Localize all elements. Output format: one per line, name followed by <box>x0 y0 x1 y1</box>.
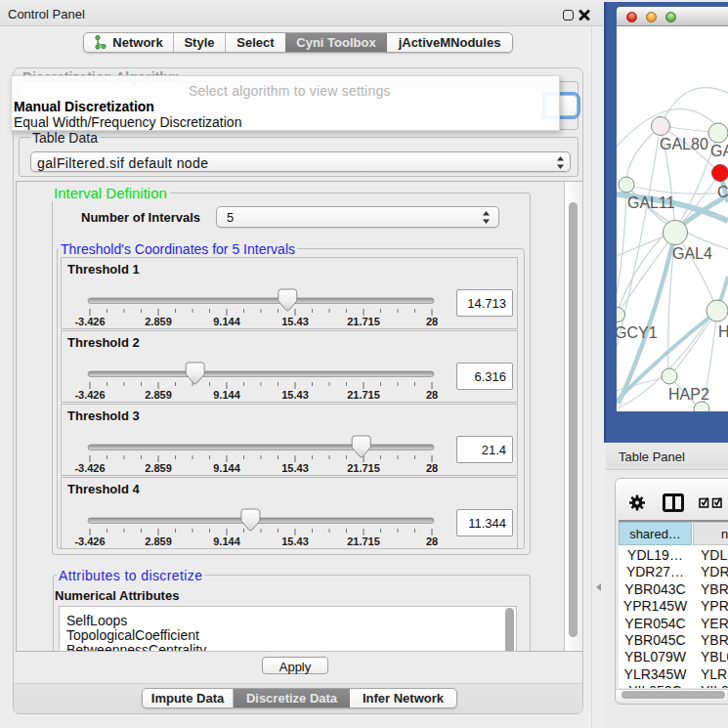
svg-text:15.43: 15.43 <box>281 316 309 327</box>
svg-text:GAL80: GAL80 <box>660 136 708 152</box>
svg-text:15.43: 15.43 <box>281 535 309 547</box>
svg-text:9.144: 9.144 <box>213 462 240 474</box>
svg-text:-3.426: -3.426 <box>74 316 105 327</box>
svg-text:21.715: 21.715 <box>347 462 380 474</box>
svg-text:9.144: 9.144 <box>213 316 240 327</box>
svg-text:HI: HI <box>718 323 728 340</box>
svg-text:-3.426: -3.426 <box>74 535 105 547</box>
svg-text:21.715: 21.715 <box>347 535 380 547</box>
svg-text:9.144: 9.144 <box>213 535 240 547</box>
svg-text:GCY1: GCY1 <box>617 324 658 341</box>
svg-text:GAL: GAL <box>710 143 728 159</box>
svg-text:2.859: 2.859 <box>145 535 172 547</box>
svg-text:28: 28 <box>426 389 438 401</box>
svg-text:-3.426: -3.426 <box>74 389 105 401</box>
svg-text:GAL11: GAL11 <box>627 194 675 211</box>
svg-text:28: 28 <box>426 316 438 327</box>
svg-text:HAP2: HAP2 <box>668 386 709 403</box>
svg-text:21.715: 21.715 <box>347 316 380 327</box>
svg-text:2.859: 2.859 <box>145 316 172 327</box>
svg-text:9.144: 9.144 <box>213 389 240 401</box>
svg-text:15.43: 15.43 <box>281 462 309 474</box>
svg-text:CY: CY <box>717 184 728 200</box>
svg-text:GAL4: GAL4 <box>672 245 712 262</box>
svg-text:15.43: 15.43 <box>281 389 309 401</box>
svg-text:28: 28 <box>426 462 438 474</box>
svg-text:-3.426: -3.426 <box>74 462 105 474</box>
svg-text:2.859: 2.859 <box>145 389 172 401</box>
svg-text:21.715: 21.715 <box>347 389 380 401</box>
svg-text:28: 28 <box>426 535 438 547</box>
svg-text:2.859: 2.859 <box>145 462 172 474</box>
